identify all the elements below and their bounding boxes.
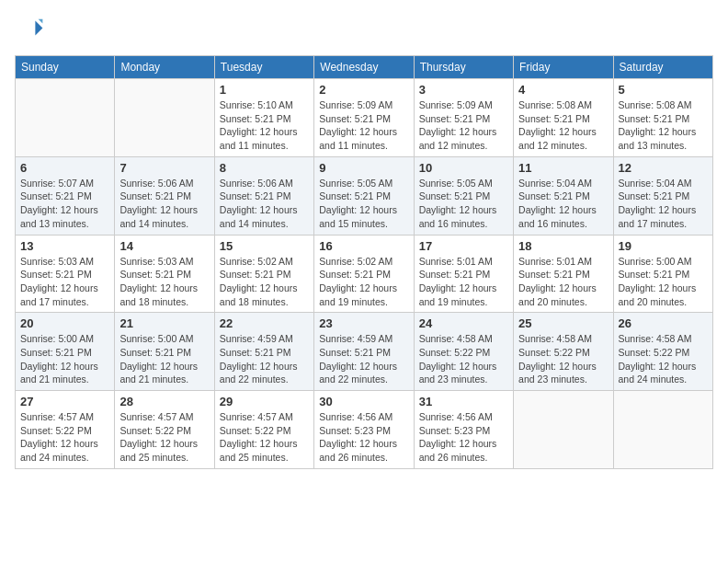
day-info: Sunrise: 4:56 AM Sunset: 5:23 PM Dayligh… (319, 410, 408, 465)
calendar-week-row: 27Sunrise: 4:57 AM Sunset: 5:22 PM Dayli… (16, 391, 713, 469)
calendar-cell: 15Sunrise: 5:02 AM Sunset: 5:21 PM Dayli… (214, 235, 313, 313)
calendar-cell: 17Sunrise: 5:01 AM Sunset: 5:21 PM Dayli… (414, 235, 513, 313)
calendar-cell: 26Sunrise: 4:58 AM Sunset: 5:22 PM Dayli… (613, 313, 712, 391)
day-number: 26 (619, 316, 708, 330)
calendar-cell (613, 391, 712, 469)
calendar-cell: 12Sunrise: 5:04 AM Sunset: 5:21 PM Dayli… (613, 156, 712, 235)
day-info: Sunrise: 5:04 AM Sunset: 5:21 PM Dayligh… (518, 177, 608, 231)
calendar-week-row: 20Sunrise: 5:00 AM Sunset: 5:21 PM Dayli… (16, 313, 713, 391)
calendar-cell: 7Sunrise: 5:06 AM Sunset: 5:21 PM Daylig… (115, 156, 214, 235)
day-number: 25 (518, 316, 608, 330)
calendar-cell: 27Sunrise: 4:57 AM Sunset: 5:22 PM Dayli… (16, 391, 115, 469)
day-info: Sunrise: 5:03 AM Sunset: 5:21 PM Dayligh… (20, 255, 109, 309)
calendar-cell: 30Sunrise: 4:56 AM Sunset: 5:23 PM Dayli… (314, 391, 414, 469)
day-number: 15 (220, 239, 309, 253)
day-number: 21 (119, 316, 209, 330)
day-number: 11 (518, 161, 608, 175)
calendar-cell: 13Sunrise: 5:03 AM Sunset: 5:21 PM Dayli… (16, 235, 115, 313)
day-number: 24 (419, 316, 508, 330)
day-info: Sunrise: 4:59 AM Sunset: 5:21 PM Dayligh… (220, 332, 309, 386)
calendar-cell: 20Sunrise: 5:00 AM Sunset: 5:21 PM Dayli… (16, 313, 115, 391)
calendar-cell: 4Sunrise: 5:08 AM Sunset: 5:21 PM Daylig… (514, 79, 613, 157)
day-number: 23 (319, 316, 408, 330)
calendar-cell: 29Sunrise: 4:57 AM Sunset: 5:22 PM Dayli… (214, 391, 313, 469)
svg-marker-0 (35, 20, 42, 35)
day-info: Sunrise: 5:05 AM Sunset: 5:21 PM Dayligh… (419, 177, 508, 231)
day-number: 8 (220, 161, 309, 175)
day-info: Sunrise: 5:09 AM Sunset: 5:21 PM Dayligh… (319, 98, 408, 153)
day-number: 16 (319, 239, 408, 253)
day-info: Sunrise: 4:57 AM Sunset: 5:22 PM Dayligh… (119, 410, 209, 465)
page-header (15, 15, 713, 44)
calendar-cell: 21Sunrise: 5:00 AM Sunset: 5:21 PM Dayli… (115, 313, 214, 391)
calendar-cell (115, 79, 214, 157)
day-info: Sunrise: 5:00 AM Sunset: 5:21 PM Dayligh… (20, 332, 109, 386)
day-number: 5 (619, 83, 708, 97)
day-info: Sunrise: 5:01 AM Sunset: 5:21 PM Dayligh… (518, 255, 608, 309)
day-info: Sunrise: 5:00 AM Sunset: 5:21 PM Dayligh… (619, 255, 708, 309)
calendar-cell: 5Sunrise: 5:08 AM Sunset: 5:21 PM Daylig… (613, 79, 712, 157)
calendar-cell: 14Sunrise: 5:03 AM Sunset: 5:21 PM Dayli… (115, 235, 214, 313)
calendar-cell: 11Sunrise: 5:04 AM Sunset: 5:21 PM Dayli… (514, 156, 613, 235)
day-header-monday: Monday (115, 56, 214, 79)
day-info: Sunrise: 4:56 AM Sunset: 5:23 PM Dayligh… (419, 410, 508, 465)
calendar-cell: 8Sunrise: 5:06 AM Sunset: 5:21 PM Daylig… (214, 156, 313, 235)
day-number: 10 (419, 161, 508, 175)
calendar-cell: 16Sunrise: 5:02 AM Sunset: 5:21 PM Dayli… (314, 235, 414, 313)
day-info: Sunrise: 5:08 AM Sunset: 5:21 PM Dayligh… (619, 98, 708, 153)
calendar-week-row: 6Sunrise: 5:07 AM Sunset: 5:21 PM Daylig… (16, 156, 713, 235)
day-number: 9 (319, 161, 408, 175)
calendar-cell: 6Sunrise: 5:07 AM Sunset: 5:21 PM Daylig… (16, 156, 115, 235)
day-header-saturday: Saturday (613, 56, 712, 79)
day-number: 31 (419, 395, 508, 408)
day-number: 29 (220, 395, 309, 408)
day-number: 27 (20, 395, 109, 408)
day-info: Sunrise: 5:06 AM Sunset: 5:21 PM Dayligh… (220, 177, 309, 231)
calendar-cell: 9Sunrise: 5:05 AM Sunset: 5:21 PM Daylig… (314, 156, 414, 235)
day-number: 1 (220, 83, 309, 97)
day-info: Sunrise: 5:02 AM Sunset: 5:21 PM Dayligh… (319, 255, 408, 309)
calendar-cell: 19Sunrise: 5:00 AM Sunset: 5:21 PM Dayli… (613, 235, 712, 313)
calendar-cell: 2Sunrise: 5:09 AM Sunset: 5:21 PM Daylig… (314, 79, 414, 157)
day-header-tuesday: Tuesday (214, 56, 313, 79)
day-info: Sunrise: 4:57 AM Sunset: 5:22 PM Dayligh… (20, 410, 109, 465)
day-number: 19 (619, 239, 708, 253)
calendar-cell: 3Sunrise: 5:09 AM Sunset: 5:21 PM Daylig… (414, 79, 513, 157)
day-number: 12 (619, 161, 708, 175)
calendar-cell: 25Sunrise: 4:58 AM Sunset: 5:22 PM Dayli… (514, 313, 613, 391)
calendar-table: SundayMondayTuesdayWednesdayThursdayFrid… (15, 55, 713, 469)
day-info: Sunrise: 4:58 AM Sunset: 5:22 PM Dayligh… (518, 332, 608, 386)
calendar-cell: 28Sunrise: 4:57 AM Sunset: 5:22 PM Dayli… (115, 391, 214, 469)
logo-icon (15, 15, 44, 44)
calendar-cell: 23Sunrise: 4:59 AM Sunset: 5:21 PM Dayli… (314, 313, 414, 391)
day-info: Sunrise: 5:01 AM Sunset: 5:21 PM Dayligh… (419, 255, 508, 309)
day-info: Sunrise: 5:10 AM Sunset: 5:21 PM Dayligh… (220, 98, 309, 153)
day-number: 18 (518, 239, 608, 253)
calendar-cell: 10Sunrise: 5:05 AM Sunset: 5:21 PM Dayli… (414, 156, 513, 235)
day-info: Sunrise: 5:08 AM Sunset: 5:21 PM Dayligh… (518, 98, 608, 153)
day-number: 2 (319, 83, 408, 97)
day-number: 22 (220, 316, 309, 330)
day-info: Sunrise: 5:06 AM Sunset: 5:21 PM Dayligh… (119, 177, 209, 231)
calendar-week-row: 1Sunrise: 5:10 AM Sunset: 5:21 PM Daylig… (16, 79, 713, 157)
day-info: Sunrise: 4:59 AM Sunset: 5:21 PM Dayligh… (319, 332, 408, 386)
day-number: 7 (119, 161, 209, 175)
day-header-friday: Friday (514, 56, 613, 79)
calendar-cell: 22Sunrise: 4:59 AM Sunset: 5:21 PM Dayli… (214, 313, 313, 391)
day-number: 28 (119, 395, 209, 408)
day-info: Sunrise: 5:02 AM Sunset: 5:21 PM Dayligh… (220, 255, 309, 309)
logo (15, 15, 48, 44)
day-number: 20 (20, 316, 109, 330)
day-info: Sunrise: 5:03 AM Sunset: 5:21 PM Dayligh… (119, 255, 209, 309)
day-header-sunday: Sunday (16, 56, 115, 79)
calendar-cell: 31Sunrise: 4:56 AM Sunset: 5:23 PM Dayli… (414, 391, 513, 469)
day-info: Sunrise: 4:58 AM Sunset: 5:22 PM Dayligh… (619, 332, 708, 386)
day-number: 17 (419, 239, 508, 253)
day-header-thursday: Thursday (414, 56, 513, 79)
day-info: Sunrise: 4:57 AM Sunset: 5:22 PM Dayligh… (220, 410, 309, 465)
day-info: Sunrise: 4:58 AM Sunset: 5:22 PM Dayligh… (419, 332, 508, 386)
day-number: 13 (20, 239, 109, 253)
calendar-cell (16, 79, 115, 157)
day-info: Sunrise: 5:07 AM Sunset: 5:21 PM Dayligh… (20, 177, 109, 231)
calendar-cell: 1Sunrise: 5:10 AM Sunset: 5:21 PM Daylig… (214, 79, 313, 157)
